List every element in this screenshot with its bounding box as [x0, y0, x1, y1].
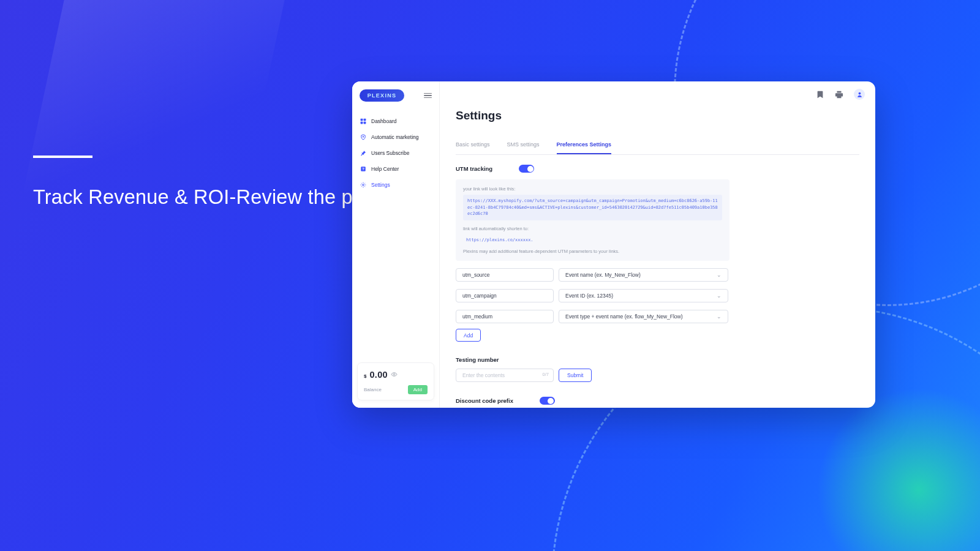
sidebar-item-subscribe[interactable]: Users Subscribe — [352, 145, 439, 161]
print-icon[interactable] — [835, 90, 843, 99]
discount-title: Discount code prefix — [456, 397, 513, 404]
testing-submit-button[interactable]: Submit — [559, 369, 592, 382]
shield-icon — [360, 134, 366, 140]
utm-value-label: Event type + event name (ex. flow_My_New… — [565, 313, 683, 320]
bg-streak — [9, 0, 284, 257]
app-window: PLEXINS Dashboard Automatic marketing Us… — [352, 81, 875, 408]
chevron-down-icon: ⌄ — [717, 313, 722, 320]
tab-basic[interactable]: Basic settings — [456, 136, 490, 154]
sidebar: PLEXINS Dashboard Automatic marketing Us… — [352, 81, 440, 408]
utm-value-label: Event name (ex. My_New_Flow) — [565, 272, 641, 278]
help-icon: ? — [360, 166, 366, 172]
sidebar-item-dashboard[interactable]: Dashboard — [352, 113, 439, 129]
utm-key-input[interactable] — [456, 310, 554, 323]
utm-shorten-label: link will automatically shorten to: — [463, 226, 722, 231]
utm-example-url: https://XXX.myshopify.com/?utm_source=ca… — [463, 195, 722, 220]
nav: Dashboard Automatic marketing Users Subs… — [352, 110, 439, 197]
utm-title: UTM tracking — [456, 165, 492, 172]
sidebar-item-settings[interactable]: Settings — [352, 177, 439, 193]
hero-divider — [33, 156, 92, 158]
svg-text:?: ? — [362, 167, 364, 171]
tab-preferences[interactable]: Preferences Settings — [557, 136, 612, 154]
eye-icon[interactable] — [391, 369, 398, 380]
balance-label: Balance — [364, 387, 382, 392]
bookmark-icon[interactable] — [816, 90, 824, 99]
utm-add-button[interactable]: Add — [456, 329, 481, 342]
sidebar-item-label: Help Center — [371, 166, 399, 172]
svg-point-9 — [858, 92, 861, 94]
utm-value-label: Event ID (ex. 12345) — [565, 293, 613, 299]
main: Settings Basic settings SMS settings Pre… — [440, 81, 875, 408]
utm-look-label: your link will look like this: — [463, 186, 722, 192]
balance-card: $ 0.00 Balance Add — [357, 362, 434, 400]
utm-row: Event name (ex. My_New_Flow) ⌄ — [456, 268, 859, 282]
utm-toggle[interactable] — [519, 165, 534, 173]
svg-rect-0 — [361, 119, 363, 121]
sidebar-item-marketing[interactable]: Automatic marketing — [352, 129, 439, 145]
logo-text: PLEXINS — [368, 92, 397, 99]
testing-title: Testing number — [456, 356, 859, 363]
tabs: Basic settings SMS settings Preferences … — [456, 136, 859, 155]
utm-section: UTM tracking your link will look like th… — [456, 165, 859, 342]
utm-row: Event type + event name (ex. flow_My_New… — [456, 310, 859, 323]
discount-section: Discount code prefix — [456, 397, 859, 405]
svg-rect-2 — [361, 122, 363, 124]
utm-value-select[interactable]: Event ID (ex. 12345) ⌄ — [559, 289, 728, 302]
svg-point-4 — [363, 136, 364, 137]
utm-key-input[interactable] — [456, 289, 554, 302]
utm-value-select[interactable]: Event type + event name (ex. flow_My_New… — [559, 310, 728, 323]
grid-icon — [360, 118, 366, 124]
pin-icon — [360, 150, 366, 156]
balance-add-button[interactable]: Add — [408, 385, 428, 394]
testing-counter: 0/7 — [543, 372, 549, 377]
chevron-down-icon: ⌄ — [717, 272, 722, 278]
testing-input[interactable] — [456, 369, 554, 382]
menu-toggle-icon[interactable] — [424, 92, 432, 100]
avatar[interactable] — [854, 89, 865, 100]
balance-currency: $ — [364, 373, 366, 379]
logo[interactable]: PLEXINS — [360, 89, 404, 102]
sidebar-item-label: Automatic marketing — [371, 134, 418, 140]
gear-icon — [360, 182, 366, 188]
sidebar-item-help[interactable]: ? Help Center — [352, 161, 439, 177]
page-title: Settings — [456, 109, 859, 122]
utm-note: Plexins may add additional feature-depen… — [463, 249, 722, 254]
sidebar-item-label: Dashboard — [371, 118, 397, 124]
utm-row: Event ID (ex. 12345) ⌄ — [456, 289, 859, 302]
svg-point-8 — [393, 373, 394, 375]
chevron-down-icon: ⌄ — [717, 293, 722, 299]
svg-rect-1 — [364, 119, 366, 121]
utm-info-box: your link will look like this: https://X… — [456, 179, 729, 261]
svg-rect-3 — [364, 122, 366, 124]
testing-section: Testing number 0/7 Submit — [456, 356, 859, 382]
sidebar-item-label: Users Subscribe — [371, 150, 409, 156]
svg-point-7 — [363, 184, 364, 186]
utm-short-url: https://plexins.co/xxxxxx. — [463, 234, 722, 244]
tab-sms[interactable]: SMS settings — [507, 136, 540, 154]
utm-value-select[interactable]: Event name (ex. My_New_Flow) ⌄ — [559, 268, 728, 282]
sidebar-item-label: Settings — [371, 182, 390, 188]
utm-key-input[interactable] — [456, 268, 554, 282]
topbar — [440, 81, 875, 107]
discount-toggle[interactable] — [540, 397, 555, 405]
balance-value: 0.00 — [369, 370, 387, 380]
